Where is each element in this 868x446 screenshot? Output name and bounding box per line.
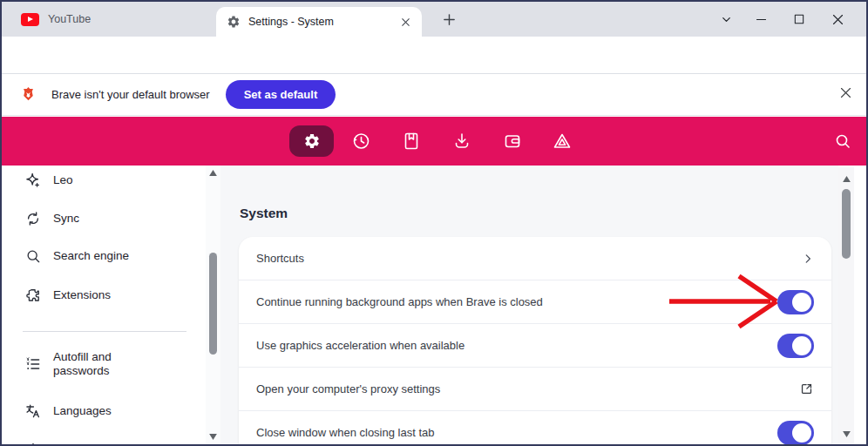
- toggle-knob: [792, 293, 811, 312]
- sidebar-item-sync[interactable]: Sync: [24, 210, 199, 227]
- youtube-icon: [21, 13, 39, 26]
- rewards-triangle-icon[interactable]: [552, 131, 573, 152]
- settings-sidebar: Leo Sync Search engine Extensions Aut: [2, 166, 206, 444]
- history-icon[interactable]: [350, 131, 371, 152]
- tab-search-chevron-icon[interactable]: [709, 2, 743, 37]
- row-background-apps[interactable]: Continue running background apps when Br…: [239, 280, 831, 324]
- sync-icon: [24, 210, 42, 227]
- maximize-button[interactable]: [782, 2, 817, 37]
- background-apps-toggle[interactable]: [777, 290, 814, 314]
- row-proxy-settings[interactable]: Open your computer's proxy settings: [239, 368, 831, 411]
- scrollbar-thumb[interactable]: [209, 253, 217, 355]
- checklist-icon: [24, 355, 42, 373]
- new-tab-button[interactable]: [442, 12, 457, 27]
- close-window-toggle[interactable]: [777, 421, 814, 445]
- settings-header: [2, 117, 866, 166]
- search-icon: [24, 247, 42, 265]
- default-browser-infobar: Brave isn't your default browser Set as …: [2, 74, 866, 116]
- navigation-bar: Brave brave://settings/system 1: [2, 37, 866, 74]
- row-close-window-last-tab[interactable]: Close window when closing last tab: [239, 411, 831, 446]
- sidebar-item-search-engine[interactable]: Search engine: [24, 247, 199, 265]
- system-settings-card: Shortcuts Continue running background ap…: [239, 237, 831, 446]
- toggle-knob: [792, 336, 811, 355]
- tab-close-icon[interactable]: [400, 17, 411, 28]
- brave-lion-icon: [19, 85, 37, 104]
- download-icon: [24, 441, 42, 444]
- minimize-button[interactable]: [743, 2, 778, 37]
- chevron-right-icon[interactable]: [802, 253, 814, 265]
- scroll-down-icon[interactable]: [206, 434, 220, 440]
- sidebar-item-languages[interactable]: Languages: [24, 402, 199, 420]
- scroll-up-icon[interactable]: [838, 176, 854, 182]
- content-scrollbar[interactable]: [838, 167, 854, 444]
- bookmarks-icon[interactable]: [401, 131, 422, 152]
- external-link-icon[interactable]: [799, 382, 814, 396]
- infobar-message: Brave isn't your default browser: [51, 88, 210, 101]
- infobar-close-icon[interactable]: [839, 86, 852, 99]
- puzzle-icon: [24, 287, 42, 304]
- gear-icon: [227, 15, 241, 29]
- sidebar-item-autofill[interactable]: Autofill and passwords: [24, 350, 199, 377]
- sidebar-scrollbar[interactable]: [206, 166, 220, 444]
- toggle-knob: [792, 423, 811, 443]
- row-graphics-acceleration[interactable]: Use graphics acceleration when available: [239, 324, 831, 368]
- row-shortcuts[interactable]: Shortcuts: [239, 237, 831, 280]
- browser-window: YouTube Settings - System: [0, 0, 868, 446]
- graphics-acceleration-toggle[interactable]: [777, 334, 814, 358]
- sidebar-item-downloads[interactable]: Downloads: [24, 441, 199, 444]
- tab-settings-system[interactable]: Settings - System: [216, 7, 422, 37]
- downloads-icon[interactable]: [451, 131, 472, 152]
- tab-youtube[interactable]: YouTube: [16, 2, 96, 37]
- scrollbar-thumb[interactable]: [842, 189, 851, 259]
- sidebar-item-leo[interactable]: Leo: [24, 172, 199, 189]
- settings-content: System Shortcuts Continue running backgr…: [220, 166, 838, 444]
- leo-sparkle-icon: [24, 172, 42, 189]
- tab-label: Settings - System: [248, 16, 334, 28]
- translate-icon: [24, 402, 42, 420]
- settings-search-icon[interactable]: [832, 131, 853, 152]
- set-as-default-button[interactable]: Set as default: [226, 80, 336, 109]
- tab-strip: YouTube Settings - System: [2, 2, 866, 37]
- scroll-down-icon[interactable]: [838, 431, 854, 437]
- settings-nav-settings-selected[interactable]: [289, 125, 334, 157]
- sidebar-divider: [23, 331, 186, 332]
- sidebar-item-extensions[interactable]: Extensions: [24, 287, 199, 304]
- wallet-icon[interactable]: [502, 131, 523, 152]
- tab-label: YouTube: [48, 13, 91, 25]
- window-close-button[interactable]: [820, 2, 855, 37]
- page-title: System: [240, 206, 288, 221]
- scroll-up-icon[interactable]: [206, 170, 220, 176]
